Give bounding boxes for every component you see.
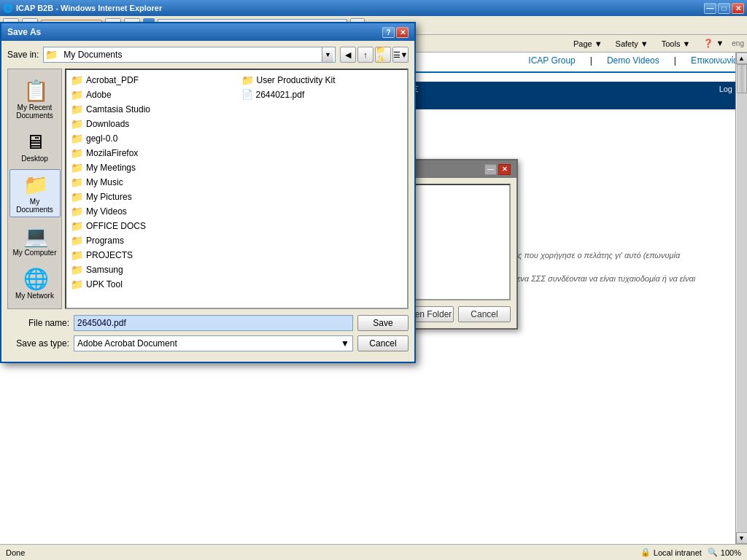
sidebar-item-mydocs[interactable]: 📁 My Documents bbox=[9, 169, 61, 217]
file-name: 2644021.pdf bbox=[256, 90, 305, 100]
list-item[interactable]: 📁My Meetings bbox=[66, 160, 237, 175]
scroll-thumb[interactable] bbox=[737, 64, 747, 93]
save-in-combo[interactable]: 📁 My Documents ▼ bbox=[43, 47, 336, 63]
open-cancel-button[interactable]: Cancel bbox=[458, 306, 511, 322]
folder-icon: 📁 bbox=[71, 162, 83, 174]
page-menu-button[interactable]: Page ▼ bbox=[568, 38, 608, 50]
dialog-main-area: 📋 My Recent Documents 🖥 Desktop 📁 My Doc… bbox=[7, 69, 409, 309]
file-name: Adobe bbox=[86, 90, 112, 100]
cancel-button[interactable]: Cancel bbox=[357, 335, 409, 351]
folder-icon: 📁 bbox=[71, 279, 83, 290]
folder-icon: 📁 bbox=[71, 191, 83, 203]
help-menu-button[interactable]: ❓ ▼ bbox=[698, 37, 729, 50]
security-zone: 🔒 Local intranet bbox=[640, 548, 702, 557]
list-item[interactable]: 📁Acrobat_PDF bbox=[66, 73, 237, 88]
file-name: UPK Tool bbox=[86, 279, 123, 289]
folder-icon: 📁 bbox=[71, 133, 83, 144]
go-up-button[interactable]: ↑ bbox=[357, 47, 374, 63]
sidebar-item-mycomputer[interactable]: 💻 My Computer bbox=[9, 220, 61, 260]
folder-icon: 📁 bbox=[71, 147, 83, 159]
sidebar-item-recent[interactable]: 📋 My Recent Documents bbox=[9, 75, 61, 123]
pdf-icon: 📄 bbox=[241, 89, 253, 100]
file-name: OFFICE DOCS bbox=[86, 221, 146, 231]
folder-icon: 📁 bbox=[45, 49, 58, 61]
file-name: Camtasia Studio bbox=[86, 104, 150, 114]
sidebar-label-recent: My Recent Documents bbox=[12, 104, 58, 120]
list-item[interactable]: 📁PROJECTS bbox=[66, 248, 237, 262]
dialog-bottom: File name: Save Save as type: Adobe Acro… bbox=[7, 315, 409, 351]
filename-input[interactable] bbox=[74, 315, 353, 331]
dialog-help-button[interactable]: ? bbox=[382, 27, 395, 38]
file-name: Downloads bbox=[86, 119, 129, 129]
scroll-up-button[interactable]: ▲ bbox=[736, 52, 748, 64]
dialog-title-text: Save As bbox=[7, 27, 41, 37]
folder-icon: 📁 bbox=[71, 89, 83, 101]
list-item[interactable]: 📁Samsung bbox=[66, 262, 237, 277]
list-item[interactable]: 📁UPK Tool bbox=[66, 277, 237, 292]
window-title: ICAP B2B - Windows Internet Explorer bbox=[16, 4, 162, 12]
list-item[interactable]: 📁MozilaFirefox bbox=[66, 146, 237, 160]
dialog-sidebar: 📋 My Recent Documents 🖥 Desktop 📁 My Doc… bbox=[7, 69, 62, 309]
file-name: PROJECTS bbox=[86, 250, 133, 260]
filename-label: File name: bbox=[7, 318, 69, 328]
file-name: Programs bbox=[86, 236, 124, 246]
filetype-combo[interactable]: Adobe Acrobat Document ▼ bbox=[74, 335, 353, 351]
folder-icon: 📁 bbox=[71, 249, 83, 261]
minimize-button[interactable]: — bbox=[704, 3, 716, 14]
status-bar: Done 🔒 Local intranet 🔍 100% bbox=[0, 544, 747, 560]
file-name: gegl-0.0 bbox=[86, 133, 117, 144]
sidebar-item-mynetwork[interactable]: 🌐 My Network bbox=[9, 263, 61, 303]
vertical-scrollbar[interactable]: ▲ ▼ bbox=[735, 52, 747, 544]
file-list[interactable]: 📁Acrobat_PDF📁Adobe📁Camtasia Studio📁Downl… bbox=[65, 69, 409, 309]
new-folder-button[interactable]: 📁✨ bbox=[375, 47, 391, 63]
zoom-icon: 🔍 bbox=[708, 548, 718, 557]
folder-icon: 📁 bbox=[71, 118, 83, 130]
save-in-value: My Documents bbox=[61, 50, 319, 60]
list-item[interactable]: 📁Adobe bbox=[66, 88, 237, 102]
open-dialog-close[interactable]: ✕ bbox=[498, 164, 511, 175]
safety-menu-button[interactable]: Safety ▼ bbox=[611, 38, 654, 50]
list-item[interactable]: 📁OFFICE DOCS bbox=[66, 219, 237, 233]
contact-link[interactable]: Επικοινωνία bbox=[691, 55, 738, 66]
save-in-row: Save in: 📁 My Documents ▼ ◀ ↑ 📁✨ ☰▼ bbox=[7, 47, 409, 63]
list-item[interactable]: 📄2644021.pdf bbox=[237, 88, 408, 101]
scroll-track bbox=[737, 64, 747, 532]
file-name: Samsung bbox=[86, 265, 123, 275]
filename-row: File name: Save bbox=[7, 315, 409, 331]
sidebar-item-desktop[interactable]: 🖥 Desktop bbox=[9, 126, 61, 166]
dialog-close-button[interactable]: ✕ bbox=[396, 27, 409, 38]
zoom-control[interactable]: 🔍 100% bbox=[708, 548, 741, 557]
list-item[interactable]: 📁My Videos bbox=[66, 204, 237, 219]
list-item[interactable]: 📁Camtasia Studio bbox=[66, 102, 237, 117]
folder-icon: 📁 bbox=[71, 206, 83, 217]
demo-videos-link[interactable]: Demo Videos bbox=[607, 55, 659, 66]
icap-group-link[interactable]: ICAP Group bbox=[528, 55, 575, 66]
filetype-value: Adobe Acrobat Document bbox=[77, 338, 177, 349]
restore-button[interactable]: □ bbox=[718, 3, 730, 14]
list-item[interactable]: 📁Programs bbox=[66, 233, 237, 248]
list-item[interactable]: 📁Downloads bbox=[66, 117, 237, 131]
list-item[interactable]: 📁gegl-0.0 bbox=[66, 131, 237, 146]
save-in-dropdown-arrow[interactable]: ▼ bbox=[322, 47, 333, 62]
list-item[interactable]: 📁My Music bbox=[66, 175, 237, 190]
file-name: Acrobat_PDF bbox=[86, 75, 139, 85]
eng-label: eng bbox=[732, 39, 744, 47]
dialog-nav-buttons: ◀ ↑ 📁✨ ☰▼ bbox=[340, 47, 409, 63]
open-dialog-minimize[interactable]: — bbox=[484, 164, 497, 175]
file-name: My Music bbox=[86, 177, 123, 187]
sidebar-label-mydocs: My Documents bbox=[12, 198, 58, 214]
scroll-down-button[interactable]: ▼ bbox=[736, 532, 748, 544]
tools-menu-button[interactable]: Tools ▼ bbox=[657, 38, 696, 50]
list-item[interactable]: 📁My Pictures bbox=[66, 190, 237, 204]
dialog-title-bar: Save As ? ✕ bbox=[1, 23, 414, 41]
folder-icon: 📁 bbox=[71, 235, 83, 246]
save-button[interactable]: Save bbox=[357, 315, 409, 331]
title-bar-left: 🌐 ICAP B2B - Windows Internet Explorer bbox=[3, 4, 162, 13]
sidebar-label-mynetwork: My Network bbox=[15, 292, 54, 300]
list-item[interactable]: 📁User Productivity Kit bbox=[237, 73, 408, 88]
views-button[interactable]: ☰▼ bbox=[392, 47, 409, 63]
ie-icon: 🌐 bbox=[3, 4, 13, 13]
close-button[interactable]: ✕ bbox=[732, 3, 744, 14]
go-back-button[interactable]: ◀ bbox=[340, 47, 356, 63]
log-label: Log bbox=[719, 85, 732, 93]
